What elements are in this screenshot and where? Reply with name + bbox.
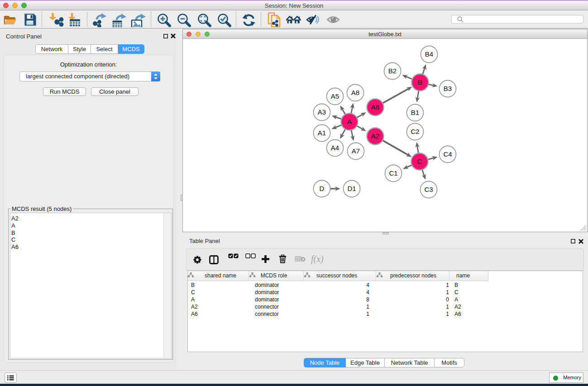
svg-text:C3: C3 [424,186,433,193]
svg-text:A7: A7 [352,147,360,155]
svg-text:A6: A6 [371,103,379,111]
svg-text:A2: A2 [371,132,379,140]
svg-text:B1: B1 [411,109,419,116]
svg-text:D1: D1 [347,185,356,192]
svg-text:A: A [347,118,352,125]
svg-text:D: D [320,185,325,192]
svg-text:A4: A4 [331,144,339,152]
svg-text:A3: A3 [318,108,326,116]
svg-text:B3: B3 [444,85,452,92]
svg-text:C2: C2 [411,128,419,135]
svg-text:A8: A8 [351,89,359,96]
svg-text:B2: B2 [388,67,397,75]
svg-text:C1: C1 [389,169,397,177]
svg-text:A1: A1 [318,129,326,137]
svg-text:A5: A5 [331,92,339,100]
svg-text:C: C [417,157,422,165]
svg-text:B: B [418,78,422,86]
svg-text:C4: C4 [443,150,452,158]
svg-text:B4: B4 [425,50,433,58]
